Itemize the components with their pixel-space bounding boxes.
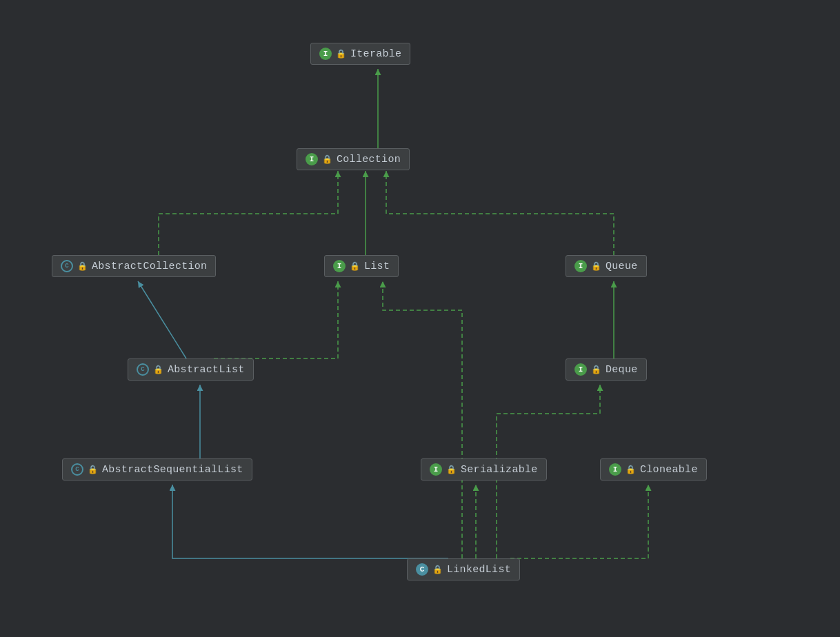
- node-abstractsequentiallist[interactable]: C 🔒 AbstractSequentialList: [62, 458, 252, 481]
- lock-linkedlist: 🔒: [432, 565, 443, 575]
- node-list[interactable]: I 🔒 List: [324, 255, 399, 277]
- badge-deque: I: [574, 363, 587, 376]
- linkedlist-to-abstractsequentiallist: [172, 485, 448, 558]
- badge-serializable: I: [430, 463, 442, 476]
- node-cloneable[interactable]: I 🔒 Cloneable: [600, 458, 707, 481]
- linkedlist-to-cloneable: [510, 485, 648, 558]
- lock-iterable: 🔒: [336, 49, 346, 59]
- lock-abstractcollection: 🔒: [77, 261, 88, 272]
- node-abstractcollection[interactable]: C 🔒 AbstractCollection: [52, 255, 216, 277]
- abstractlist-to-list: [214, 281, 338, 358]
- lock-abstractsequentiallist: 🔒: [88, 465, 98, 475]
- lock-abstractlist: 🔒: [153, 365, 163, 375]
- label-list: List: [364, 261, 390, 272]
- node-iterable[interactable]: I 🔒 Iterable: [310, 43, 410, 65]
- label-deque: Deque: [606, 364, 638, 376]
- label-abstractlist: AbstractList: [168, 364, 245, 376]
- lock-serializable: 🔒: [446, 465, 457, 475]
- label-linkedlist: LinkedList: [447, 564, 511, 576]
- node-collection[interactable]: I 🔒 Collection: [297, 148, 410, 170]
- badge-linkedlist: C: [416, 563, 428, 576]
- label-serializable: Serializable: [461, 464, 538, 476]
- badge-list: I: [333, 260, 346, 272]
- node-serializable[interactable]: I 🔒 Serializable: [421, 458, 547, 481]
- label-cloneable: Cloneable: [640, 464, 698, 476]
- node-abstractlist[interactable]: C 🔒 AbstractList: [128, 358, 254, 381]
- abstractcollection-to-collection: [159, 171, 338, 255]
- diagram-container: I 🔒 Iterable I 🔒 Collection C 🔒 Abstract…: [0, 0, 840, 637]
- badge-queue: I: [574, 260, 587, 272]
- lock-list: 🔒: [350, 261, 360, 272]
- abstractlist-to-abstractcollection: [138, 281, 186, 358]
- node-queue[interactable]: I 🔒 Queue: [566, 255, 647, 277]
- lock-collection: 🔒: [322, 154, 332, 165]
- label-abstractcollection: AbstractCollection: [92, 261, 207, 272]
- lock-cloneable: 🔒: [626, 465, 636, 475]
- badge-abstractlist: C: [137, 363, 149, 376]
- badge-abstractcollection: C: [61, 260, 73, 272]
- label-queue: Queue: [606, 261, 638, 272]
- label-abstractsequentiallist: AbstractSequentialList: [102, 464, 243, 476]
- arrows-svg: [0, 0, 840, 637]
- lock-queue: 🔒: [591, 261, 601, 272]
- label-collection: Collection: [337, 154, 401, 165]
- badge-collection: I: [306, 153, 318, 165]
- queue-to-collection: [386, 171, 614, 255]
- lock-deque: 🔒: [591, 365, 601, 375]
- label-iterable: Iterable: [350, 48, 401, 60]
- badge-abstractsequentiallist: C: [71, 463, 83, 476]
- linkedlist-to-list: [383, 281, 462, 558]
- badge-cloneable: I: [609, 463, 621, 476]
- badge-iterable: I: [319, 48, 332, 60]
- node-deque[interactable]: I 🔒 Deque: [566, 358, 647, 381]
- node-linkedlist[interactable]: C 🔒 LinkedList: [407, 558, 520, 580]
